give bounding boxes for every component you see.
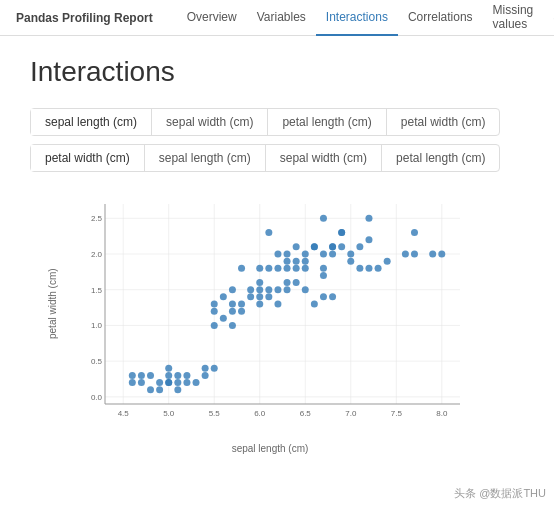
svg-point-78 [211, 308, 218, 315]
svg-point-111 [284, 251, 291, 258]
svg-point-31 [138, 379, 145, 386]
svg-point-71 [211, 301, 218, 308]
svg-point-110 [274, 265, 281, 272]
svg-point-46 [165, 365, 172, 372]
svg-point-43 [211, 365, 218, 372]
nav-link-correlations[interactable]: Correlations [398, 0, 483, 36]
svg-point-47 [129, 372, 136, 379]
svg-point-99 [284, 265, 291, 272]
svg-text:8.0: 8.0 [436, 409, 448, 418]
svg-point-96 [411, 229, 418, 236]
svg-point-54 [256, 293, 263, 300]
svg-point-91 [347, 258, 354, 265]
svg-point-97 [429, 251, 436, 258]
nav-link-sample[interactable]: Sample [543, 0, 554, 36]
nav-link-overview[interactable]: Overview [177, 0, 247, 36]
svg-point-59 [220, 315, 227, 322]
svg-text:0.5: 0.5 [91, 357, 103, 366]
svg-point-69 [320, 293, 327, 300]
svg-point-62 [238, 301, 245, 308]
svg-point-107 [238, 265, 245, 272]
svg-point-48 [138, 372, 145, 379]
svg-text:4.5: 4.5 [118, 409, 130, 418]
svg-point-115 [320, 272, 327, 279]
svg-point-90 [338, 229, 345, 236]
svg-point-116 [293, 265, 300, 272]
svg-text:5.0: 5.0 [163, 409, 175, 418]
chart-container: petal width (cm) 4.55.05.56.06.57.07.58.… [30, 184, 490, 454]
svg-point-64 [265, 293, 272, 300]
svg-point-74 [274, 301, 281, 308]
tab-sepal-length-(cm)[interactable]: sepal length (cm) [145, 145, 266, 171]
nav-link-missing-values[interactable]: Missing values [483, 0, 544, 36]
tab-petal-width-(cm)[interactable]: petal width (cm) [31, 145, 145, 171]
svg-point-100 [293, 258, 300, 265]
svg-point-53 [247, 286, 254, 293]
top-nav: Pandas Profiling Report OverviewVariable… [0, 0, 554, 36]
svg-text:6.5: 6.5 [300, 409, 312, 418]
tab-row-1: sepal length (cm)sepal width (cm)petal l… [30, 108, 500, 136]
svg-point-38 [147, 372, 154, 379]
svg-point-55 [256, 279, 263, 286]
tab-petal-length-(cm)[interactable]: petal length (cm) [382, 145, 499, 171]
svg-text:1.0: 1.0 [91, 321, 103, 330]
svg-point-88 [320, 251, 327, 258]
nav-link-variables[interactable]: Variables [247, 0, 316, 36]
svg-point-117 [284, 258, 291, 265]
tab-sepal-width-(cm)[interactable]: sepal width (cm) [152, 109, 268, 135]
svg-point-56 [265, 286, 272, 293]
nav-link-interactions[interactable]: Interactions [316, 0, 398, 36]
svg-point-61 [229, 308, 236, 315]
svg-point-84 [365, 265, 372, 272]
svg-point-49 [183, 372, 190, 379]
svg-point-72 [220, 293, 227, 300]
svg-point-44 [156, 379, 163, 386]
svg-point-85 [375, 265, 382, 272]
svg-point-79 [320, 265, 327, 272]
svg-point-39 [165, 379, 172, 386]
svg-text:7.0: 7.0 [345, 409, 357, 418]
svg-point-63 [256, 301, 263, 308]
svg-point-41 [193, 379, 200, 386]
svg-point-45 [174, 386, 181, 393]
svg-point-108 [256, 265, 263, 272]
tab-petal-width-(cm)[interactable]: petal width (cm) [387, 109, 500, 135]
svg-point-101 [302, 251, 309, 258]
svg-point-83 [356, 243, 363, 250]
svg-point-34 [165, 372, 172, 379]
svg-point-86 [302, 265, 309, 272]
main-content: Interactions sepal length (cm)sepal widt… [0, 36, 554, 474]
tab-petal-length-(cm)[interactable]: petal length (cm) [268, 109, 386, 135]
svg-point-73 [229, 286, 236, 293]
svg-point-37 [147, 386, 154, 393]
nav-brand: Pandas Profiling Report [16, 11, 153, 25]
svg-point-75 [284, 279, 291, 286]
svg-point-105 [338, 243, 345, 250]
svg-point-40 [183, 379, 190, 386]
svg-point-98 [438, 251, 445, 258]
svg-point-95 [411, 251, 418, 258]
svg-point-94 [402, 251, 409, 258]
svg-point-51 [229, 301, 236, 308]
chart-svg: 4.55.05.56.06.57.07.58.00.00.51.01.52.02… [75, 194, 470, 429]
svg-point-70 [329, 293, 336, 300]
svg-point-58 [211, 322, 218, 329]
svg-point-104 [329, 251, 336, 258]
svg-point-119 [265, 229, 272, 236]
svg-point-112 [293, 243, 300, 250]
svg-point-57 [274, 286, 281, 293]
svg-point-93 [384, 258, 391, 265]
svg-point-50 [202, 372, 209, 379]
x-axis-label: sepal length (cm) [232, 443, 309, 454]
svg-text:2.0: 2.0 [91, 250, 103, 259]
svg-point-77 [256, 286, 263, 293]
svg-point-106 [356, 265, 363, 272]
svg-point-36 [174, 372, 181, 379]
svg-point-76 [247, 293, 254, 300]
svg-text:7.5: 7.5 [391, 409, 403, 418]
svg-text:0.0: 0.0 [91, 393, 103, 402]
tab-sepal-width-(cm)[interactable]: sepal width (cm) [266, 145, 382, 171]
svg-point-113 [302, 258, 309, 265]
tab-sepal-length-(cm)[interactable]: sepal length (cm) [31, 109, 152, 135]
svg-point-109 [265, 265, 272, 272]
